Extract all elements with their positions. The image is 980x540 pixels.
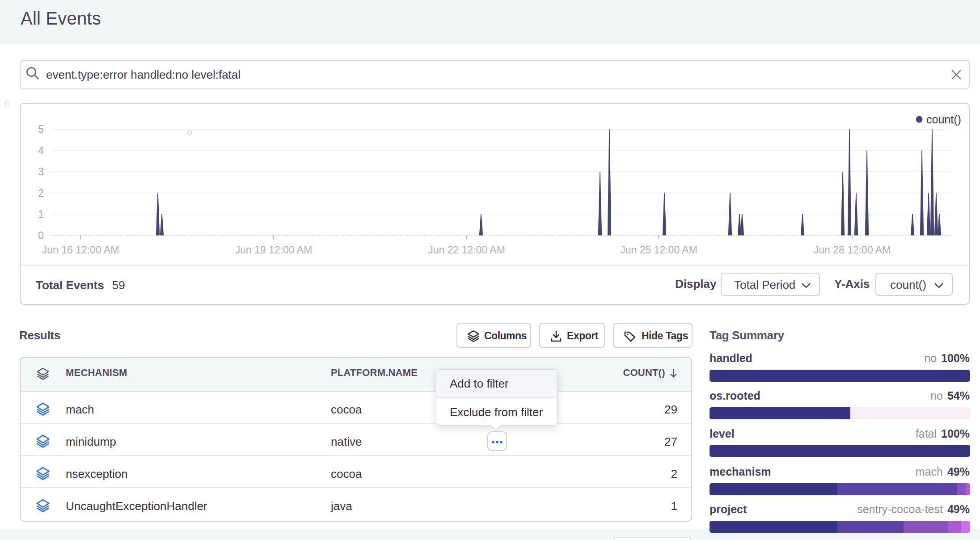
svg-text:Jun 16 12:00 AM: Jun 16 12:00 AM [42, 244, 119, 256]
svg-text:3: 3 [38, 166, 44, 177]
svg-text:Jun 22 12:00 AM: Jun 22 12:00 AM [428, 244, 505, 256]
svg-text:5: 5 [38, 123, 44, 135]
svg-text:1: 1 [38, 208, 44, 220]
svg-text:4: 4 [38, 145, 44, 156]
svg-text:Jun 25 12:00 AM: Jun 25 12:00 AM [620, 244, 697, 256]
svg-text:count(): count() [926, 113, 961, 126]
svg-text:Jun 19 12:00 AM: Jun 19 12:00 AM [235, 244, 313, 256]
svg-text:2: 2 [38, 187, 44, 199]
svg-text:Jun 28 12:00 AM: Jun 28 12:00 AM [814, 244, 891, 256]
svg-text:0: 0 [38, 230, 44, 241]
